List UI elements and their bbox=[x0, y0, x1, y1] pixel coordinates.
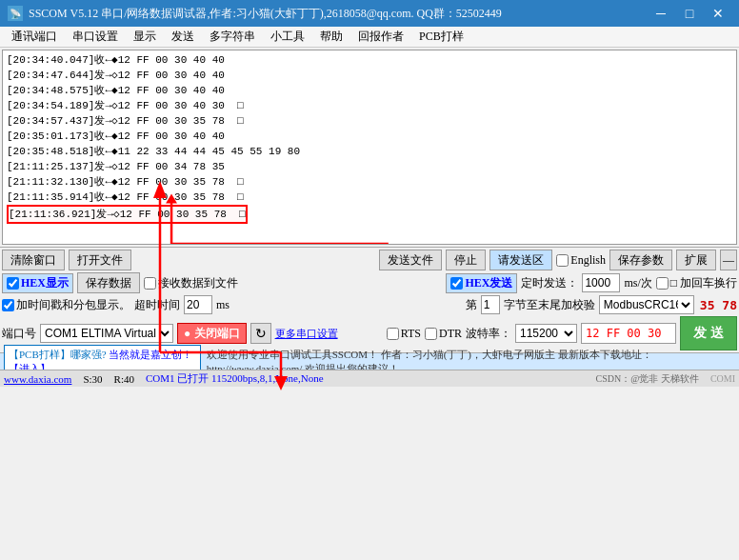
menu-serial-settings[interactable]: 串口设置 bbox=[65, 27, 126, 47]
baud-label: 波特率： bbox=[466, 326, 511, 342]
refresh-button[interactable]: ↻ bbox=[250, 323, 271, 344]
rts-checkbox-label: RTS bbox=[387, 327, 421, 341]
send-icon: 发 送 bbox=[693, 326, 724, 340]
recv-to-file-label: 接收数据到文件 bbox=[144, 275, 238, 291]
add-timestamp-checkbox[interactable] bbox=[2, 299, 14, 311]
menu-multistring[interactable]: 多字符串 bbox=[202, 27, 263, 47]
port-label: 端口号 bbox=[2, 326, 36, 342]
bottom-panel: 清除窗口 打开文件 发送文件 停止 请发送区 English 保存参数 扩展 —… bbox=[0, 247, 739, 352]
com-status: COM1 已打开 115200bps,8,1,None,None bbox=[146, 371, 324, 386]
close-button[interactable]: ✕ bbox=[705, 3, 731, 24]
add-newline-label: □ 加回车换行 bbox=[670, 275, 737, 291]
more-settings-link[interactable]: 更多串口设置 bbox=[275, 327, 338, 341]
menu-pcb[interactable]: PCB打样 bbox=[411, 27, 471, 47]
comi-label: COMI bbox=[710, 373, 735, 384]
stop-button[interactable]: 停止 bbox=[446, 250, 486, 270]
add-newline-checkbox-label: □ 加回车换行 bbox=[656, 275, 737, 291]
menu-send[interactable]: 发送 bbox=[164, 27, 202, 47]
save-param-button[interactable]: 保存参数 bbox=[609, 250, 672, 270]
crc-value-display: 35 78 bbox=[700, 298, 737, 312]
baud-select[interactable]: 115200 bbox=[515, 324, 577, 343]
dtr-label: DTR bbox=[439, 327, 462, 341]
hex-send-checkbox[interactable] bbox=[450, 277, 463, 290]
send-file-button[interactable]: 发送文件 bbox=[379, 250, 442, 270]
menu-tools[interactable]: 小工具 bbox=[263, 27, 312, 47]
window-controls: ─ □ ✕ bbox=[648, 3, 731, 24]
close-port-button[interactable]: ● 关闭端口 bbox=[177, 323, 247, 344]
english-checkbox-label: English bbox=[556, 253, 606, 268]
toolbar-row2: HEX显示 保存数据 接收数据到文件 HEX发送 定时发送： ms/次 □ 加回… bbox=[2, 272, 737, 293]
expand-button[interactable]: 扩展 bbox=[676, 250, 716, 270]
log-line: [20:34:40.047]收←◆12 FF 00 30 40 40 bbox=[7, 52, 732, 68]
timeout-label: 超时时间 bbox=[134, 297, 180, 313]
add-newline-checkbox[interactable] bbox=[656, 277, 669, 290]
log-line: [20:34:57.437]发→◇12 FF 00 30 35 78 □ bbox=[7, 113, 732, 129]
log-line: [20:34:48.575]收←◆12 FF 00 30 40 40 bbox=[7, 83, 732, 98]
hex-display-label: HEX显示 bbox=[21, 275, 69, 291]
page-num-input[interactable] bbox=[481, 295, 500, 314]
hex-send-label: HEX发送 bbox=[465, 275, 512, 291]
log-line: [20:34:54.189]发→◇12 FF 00 30 40 30 □ bbox=[7, 98, 732, 113]
ms-label: ms bbox=[216, 298, 230, 312]
menu-feedback[interactable]: 回报作者 bbox=[350, 27, 411, 47]
send-button[interactable]: 发 送 bbox=[680, 316, 737, 350]
pcb-text: 【PCB打样】哪家强? bbox=[9, 349, 107, 360]
log-line-highlighted: [21:11:36.921]发→◇12 FF 00 30 35 78 □ bbox=[7, 205, 248, 224]
menu-display[interactable]: 显示 bbox=[126, 27, 164, 47]
ms-per-label: ms/次 bbox=[624, 275, 651, 291]
maximize-button[interactable]: □ bbox=[676, 3, 703, 24]
timeout-input[interactable] bbox=[184, 295, 212, 314]
log-line: [20:35:01.173]收←◆12 FF 00 30 40 40 bbox=[7, 129, 732, 144]
hex-display-checkbox-label: HEX显示 bbox=[2, 273, 73, 293]
timed-send-label: 定时发送： bbox=[521, 275, 578, 291]
website-status: www.daxia.com bbox=[4, 373, 71, 385]
dtr-checkbox[interactable] bbox=[425, 328, 437, 340]
toolbar-row3: 加时间戳和分包显示。 超时时间 ms 第 字节至末尾加校验 ModbusCRC1… bbox=[2, 295, 737, 314]
log-line: [21:11:25.137]发→◇12 FF 00 34 78 35 bbox=[7, 159, 732, 174]
page-label: 第 bbox=[466, 297, 477, 313]
rts-checkbox[interactable] bbox=[387, 328, 399, 340]
hex-send-checkbox-label: HEX发送 bbox=[446, 273, 517, 293]
menu-comm-port[interactable]: 通讯端口 bbox=[4, 27, 65, 47]
csdn-text: CSDN：@觉非 天梯软件 bbox=[595, 372, 698, 386]
send-area-button[interactable]: 请发送区 bbox=[489, 250, 552, 270]
rts-label: RTS bbox=[401, 327, 421, 341]
byte-to-end-label: 字节至末尾加校验 bbox=[504, 297, 595, 313]
toolbar-row1: 清除窗口 打开文件 发送文件 停止 请发送区 English 保存参数 扩展 — bbox=[2, 250, 737, 270]
close-port-icon: ● bbox=[184, 327, 190, 340]
recv-to-file-checkbox[interactable] bbox=[144, 277, 156, 290]
recv-to-file-text: 接收数据到文件 bbox=[158, 275, 238, 291]
title-text: SSCOM V5.12 串口/网络数据调试器,作者:习小猫(大虾丁丁),2618… bbox=[29, 6, 502, 22]
send-input[interactable] bbox=[581, 323, 676, 344]
open-file-button[interactable]: 打开文件 bbox=[69, 250, 131, 270]
log-line: [21:11:35.914]收←◆12 FF 00 30 35 78 □ bbox=[7, 190, 732, 205]
clear-window-button[interactable]: 清除窗口 bbox=[2, 250, 65, 270]
modbus-select[interactable]: ModbusCRC16 bbox=[599, 295, 694, 314]
log-line: [20:34:47.644]发→◇12 FF 00 30 40 40 bbox=[7, 68, 732, 83]
log-content: [20:34:40.047]收←◆12 FF 00 30 40 40 [20:3… bbox=[3, 50, 736, 226]
add-timestamp-checkbox-label: 加时间戳和分包显示。 bbox=[2, 297, 130, 313]
ad-bar: 【PCB打样】哪家强? 当然就是嘉立创！【进入】 欢迎使用专业串口调试工具SSC… bbox=[0, 352, 739, 370]
minus-button[interactable]: — bbox=[720, 250, 737, 270]
english-checkbox[interactable] bbox=[556, 254, 569, 267]
status-bar: www.daxia.com S:30 R:40 COM1 已打开 115200b… bbox=[0, 370, 739, 387]
minimize-button[interactable]: ─ bbox=[648, 3, 674, 24]
log-line: [21:11:32.130]收←◆12 FF 00 30 35 78 □ bbox=[7, 174, 732, 190]
website-link[interactable]: www.daxia.com bbox=[4, 373, 71, 385]
close-port-label: 关闭端口 bbox=[194, 327, 240, 340]
r-count: R:40 bbox=[114, 373, 134, 385]
add-timestamp-label: 加时间戳和分包显示。 bbox=[16, 297, 130, 313]
log-area[interactable]: [20:34:40.047]收←◆12 FF 00 30 40 40 [20:3… bbox=[2, 50, 737, 245]
menu-bar: 通讯端口 串口设置 显示 发送 多字符串 小工具 帮助 回报作者 PCB打样 bbox=[0, 27, 739, 48]
s-count: S:30 bbox=[83, 373, 102, 385]
save-data-button[interactable]: 保存数据 bbox=[77, 272, 140, 293]
log-line: [20:35:48.518]收←◆11 22 33 44 44 45 45 55… bbox=[7, 144, 732, 159]
dtr-checkbox-label: DTR bbox=[425, 327, 462, 341]
timed-ms-input[interactable] bbox=[582, 273, 620, 292]
hex-display-checkbox[interactable] bbox=[7, 277, 19, 290]
menu-help[interactable]: 帮助 bbox=[312, 27, 350, 47]
app-icon: 📡 bbox=[8, 6, 23, 21]
com-select[interactable]: COM1 ELTIMA Virtual Serial bbox=[40, 324, 173, 343]
main-area: [20:34:40.047]收←◆12 FF 00 30 40 40 [20:3… bbox=[0, 48, 739, 560]
english-label: English bbox=[570, 253, 606, 268]
